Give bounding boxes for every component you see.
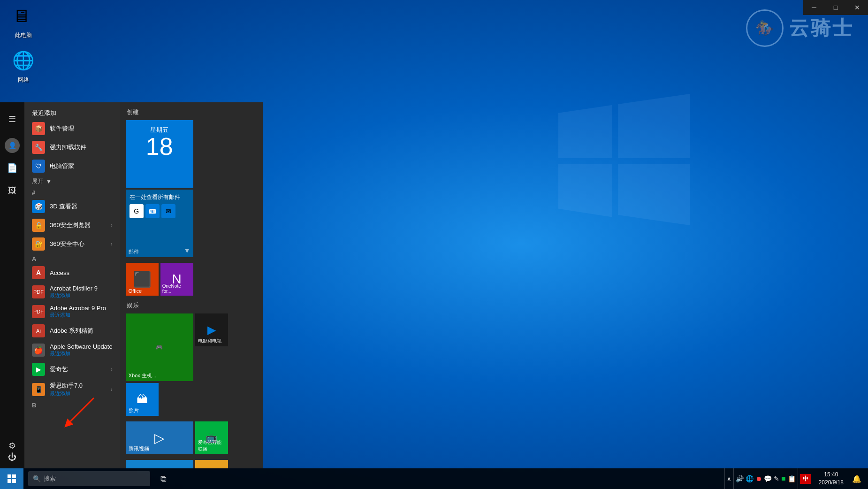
tile-mail[interactable]: 在一处查看所有邮件 G 📧 ✉ 邮件 ▼: [126, 190, 193, 257]
apple-software-name: Apple Software Update: [50, 343, 113, 350]
tile-calendar[interactable]: 星期五 18: [126, 120, 193, 188]
360-security-chevron-icon: ›: [111, 241, 113, 247]
pen-icon[interactable]: ✎: [774, 475, 779, 482]
xbox-label: Xbox 主机...: [129, 372, 190, 379]
taskbar-right: ∧ 🔊 🌐 ⏺ 💬 ✎ ■ 📋 中 15:40 2020/9/18: [724, 468, 868, 489]
app-item-adobe-series[interactable]: Ai Adobe 系列精简: [24, 321, 120, 340]
expand-button[interactable]: 展开 ▼: [24, 176, 120, 187]
app-item-apple-software[interactable]: 🍎 Apple Software Update 最近添加: [24, 340, 120, 360]
apple-software-icon: 🍎: [32, 344, 45, 357]
chat-icon[interactable]: 💬: [764, 475, 772, 482]
movie-label: 电影和电视: [198, 338, 225, 344]
ime-label: 中: [800, 474, 811, 484]
360-security-name: 360安全中心: [50, 240, 111, 248]
mail-icons-row: G 📧 ✉: [129, 204, 175, 218]
desktop-icon-network[interactable]: 🌐 网络: [5, 52, 42, 84]
360-security-icon: 🔐: [32, 237, 45, 251]
app-item-3d-viewer[interactable]: 🎲 3D 查看器: [24, 197, 120, 216]
notification-center-button[interactable]: 🔔: [849, 468, 864, 489]
brand-logo: 🏇: [746, 9, 784, 47]
adobe-series-text: Adobe 系列精简: [50, 327, 113, 335]
360-browser-name: 360安全浏览器: [50, 221, 111, 229]
software-mgr-icon: 📦: [32, 122, 45, 135]
tile-movie[interactable]: ▶ 电影和电视: [195, 313, 228, 346]
network-tray-icon[interactable]: 🌐: [746, 475, 754, 482]
power-icon: ⏻: [8, 452, 16, 462]
settings-button[interactable]: ⚙: [0, 305, 24, 446]
tray-expand-button[interactable]: ∧: [724, 468, 733, 489]
record-icon[interactable]: ⏺: [755, 475, 762, 482]
clipboard-icon[interactable]: 📋: [788, 475, 796, 482]
tray-icons: 🔊 🌐 ⏺ 💬 ✎ ■ 📋: [733, 468, 798, 489]
acrobat-text: Acrobat Distiller 9 最近添加: [50, 285, 113, 299]
iqiyi-tv-label: 爱奇艺万能联播: [198, 439, 225, 452]
photo-label: 照片: [129, 407, 156, 414]
expand-label: 展开: [32, 177, 43, 185]
start-button[interactable]: [0, 468, 23, 489]
app-item-access[interactable]: A Access: [24, 263, 120, 282]
google-mail-icon: G: [129, 204, 144, 218]
tiles-entertainment-row: 🎮 Xbox 主机... ▶ 电影和电视 🏔 照片: [126, 313, 257, 416]
green-icon[interactable]: ■: [781, 474, 786, 483]
360-browser-text: 360安全浏览器: [50, 221, 111, 229]
app-item-software-mgr[interactable]: 📦 软件管理: [24, 119, 120, 138]
3d-viewer-text: 3D 查看器: [50, 202, 113, 211]
network-icon: 🌐: [12, 52, 35, 74]
software-mgr-text: 软件管理: [50, 124, 113, 133]
taskbar-search[interactable]: 🔍 搜索: [28, 471, 150, 486]
clock-time: 15:40: [824, 471, 838, 479]
close-button[interactable]: ✕: [846, 0, 868, 15]
tile-tencent[interactable]: ▷ 腾讯视频: [126, 421, 193, 454]
outlook-mail-icon: 📧: [145, 204, 160, 218]
user-avatar: 👤: [5, 138, 20, 153]
app-item-force-uninstall[interactable]: 🔧 强力卸载软件: [24, 138, 120, 157]
power-button[interactable]: ⏻: [0, 446, 24, 468]
tray-expand-icon: ∧: [727, 475, 731, 482]
user-avatar-button[interactable]: 👤: [0, 134, 24, 157]
aisi-chevron-icon: ›: [111, 386, 113, 393]
app-item-360-browser[interactable]: 🔒 360安全浏览器 ›: [24, 216, 120, 235]
mail-header-text: 在一处查看所有邮件: [129, 193, 190, 201]
minimize-button[interactable]: ─: [803, 0, 825, 15]
aisi-icon: 📱: [32, 383, 45, 396]
tile-qiangli[interactable]: 💊 强力即载电脑中的软件: [195, 460, 228, 468]
app-item-adobe-acrobat[interactable]: PDF Adobe Acrobat 9 Pro 最近添加: [24, 302, 120, 321]
hamburger-menu[interactable]: ☰: [0, 108, 24, 130]
app-item-360-security[interactable]: 🔐 360安全中心 ›: [24, 235, 120, 253]
tile-onenote[interactable]: N OneNote for...: [160, 263, 193, 296]
section-a: A: [24, 253, 120, 263]
network-label: 网络: [18, 76, 29, 84]
app-item-aisi[interactable]: 📱 爱思助手7.0 最近添加 ›: [24, 379, 120, 400]
app-item-pc-manager[interactable]: 🛡 电脑管家: [24, 157, 120, 176]
taskbar: 🔍 搜索 ⧉ ∧ 🔊 🌐 ⏺ 💬 ✎ ■ 📋: [0, 468, 868, 489]
access-icon: A: [32, 266, 45, 279]
hamburger-icon: ☰: [8, 114, 16, 124]
app-item-acrobat[interactable]: PDF Acrobat Distiller 9 最近添加: [24, 282, 120, 302]
tile-office[interactable]: ⬛ Office: [126, 263, 159, 296]
desktop-icon-this-pc[interactable]: 🖥 此电脑: [5, 7, 42, 39]
tile-xbox[interactable]: 🎮 Xbox 主机...: [126, 313, 193, 381]
aisi-text: 爱思助手7.0 最近添加: [50, 382, 111, 397]
ime-indicator[interactable]: 中: [798, 468, 813, 489]
tile-ie[interactable]: ℯ Internet Explorer: [126, 460, 193, 468]
brand-name: 云骑士: [789, 15, 854, 41]
adobe-series-icon: Ai: [32, 324, 45, 337]
tile-photo[interactable]: 🏔 照片: [126, 383, 159, 416]
pictures-button[interactable]: 🖼: [0, 179, 24, 202]
documents-button[interactable]: 📄: [0, 157, 24, 179]
app-item-iqiyi[interactable]: ▶ 爱奇艺 ›: [24, 360, 120, 379]
brand-watermark: 🏇 云骑士: [746, 9, 854, 47]
mail-app-icon: ✉: [161, 204, 175, 218]
iqiyi-name: 爱奇艺: [50, 365, 111, 374]
window-controls: ─ □ ✕: [803, 0, 868, 15]
tile-iqiyi-tv[interactable]: 📺 爱奇艺万能联播: [195, 421, 228, 454]
iqiyi-chevron-icon: ›: [111, 366, 113, 373]
volume-icon[interactable]: 🔊: [736, 475, 744, 482]
taskbar-clock[interactable]: 15:40 2020/9/18: [813, 468, 849, 489]
task-view-button[interactable]: ⧉: [155, 468, 172, 489]
force-uninstall-icon: 🔧: [32, 141, 45, 154]
this-pc-label: 此电脑: [15, 31, 32, 39]
clock-date: 2020/9/18: [819, 479, 844, 487]
pc-manager-icon: 🛡: [32, 160, 45, 173]
maximize-button[interactable]: □: [825, 0, 846, 15]
